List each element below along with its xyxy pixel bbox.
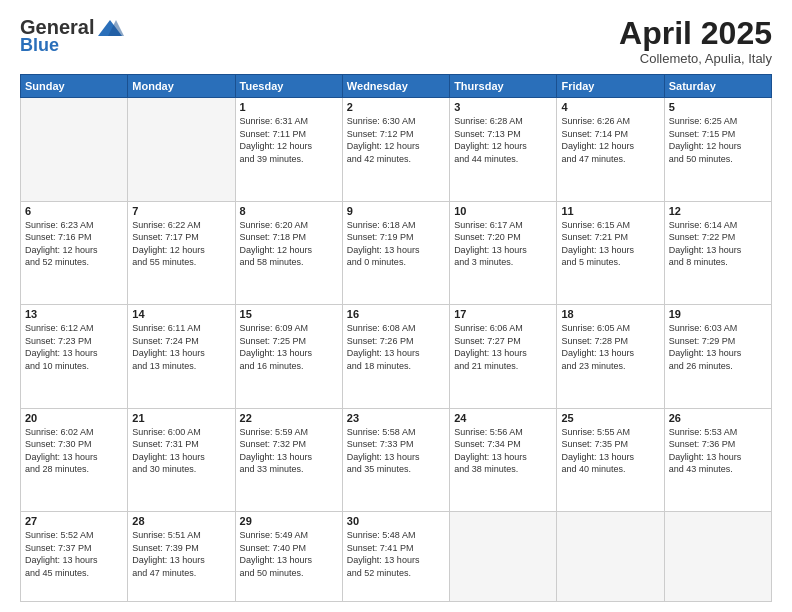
- day-header-monday: Monday: [128, 75, 235, 98]
- calendar-cell: 1Sunrise: 6:31 AM Sunset: 7:11 PM Daylig…: [235, 98, 342, 201]
- calendar-cell: 30Sunrise: 5:48 AM Sunset: 7:41 PM Dayli…: [342, 511, 449, 601]
- day-info: Sunrise: 5:58 AM Sunset: 7:33 PM Dayligh…: [347, 426, 445, 476]
- title-block: April 2025 Collemeto, Apulia, Italy: [619, 16, 772, 66]
- calendar-cell: 13Sunrise: 6:12 AM Sunset: 7:23 PM Dayli…: [21, 305, 128, 408]
- day-number: 7: [132, 205, 230, 217]
- day-info: Sunrise: 6:31 AM Sunset: 7:11 PM Dayligh…: [240, 115, 338, 165]
- day-number: 14: [132, 308, 230, 320]
- day-number: 22: [240, 412, 338, 424]
- calendar-header-row: SundayMondayTuesdayWednesdayThursdayFrid…: [21, 75, 772, 98]
- day-number: 18: [561, 308, 659, 320]
- page: General Blue April 2025 Collemeto, Apuli…: [0, 0, 792, 612]
- header: General Blue April 2025 Collemeto, Apuli…: [20, 16, 772, 66]
- day-number: 23: [347, 412, 445, 424]
- week-row-3: 13Sunrise: 6:12 AM Sunset: 7:23 PM Dayli…: [21, 305, 772, 408]
- day-info: Sunrise: 6:20 AM Sunset: 7:18 PM Dayligh…: [240, 219, 338, 269]
- day-info: Sunrise: 6:15 AM Sunset: 7:21 PM Dayligh…: [561, 219, 659, 269]
- calendar-cell: [128, 98, 235, 201]
- day-info: Sunrise: 6:12 AM Sunset: 7:23 PM Dayligh…: [25, 322, 123, 372]
- day-info: Sunrise: 6:17 AM Sunset: 7:20 PM Dayligh…: [454, 219, 552, 269]
- logo: General Blue: [20, 16, 124, 56]
- day-number: 21: [132, 412, 230, 424]
- calendar-cell: 16Sunrise: 6:08 AM Sunset: 7:26 PM Dayli…: [342, 305, 449, 408]
- day-number: 9: [347, 205, 445, 217]
- day-number: 25: [561, 412, 659, 424]
- calendar-cell: 25Sunrise: 5:55 AM Sunset: 7:35 PM Dayli…: [557, 408, 664, 511]
- week-row-2: 6Sunrise: 6:23 AM Sunset: 7:16 PM Daylig…: [21, 201, 772, 304]
- calendar-cell: 10Sunrise: 6:17 AM Sunset: 7:20 PM Dayli…: [450, 201, 557, 304]
- day-info: Sunrise: 6:18 AM Sunset: 7:19 PM Dayligh…: [347, 219, 445, 269]
- day-info: Sunrise: 6:00 AM Sunset: 7:31 PM Dayligh…: [132, 426, 230, 476]
- calendar-cell: 24Sunrise: 5:56 AM Sunset: 7:34 PM Dayli…: [450, 408, 557, 511]
- calendar-cell: 26Sunrise: 5:53 AM Sunset: 7:36 PM Dayli…: [664, 408, 771, 511]
- day-number: 3: [454, 101, 552, 113]
- day-info: Sunrise: 6:26 AM Sunset: 7:14 PM Dayligh…: [561, 115, 659, 165]
- calendar-cell: 15Sunrise: 6:09 AM Sunset: 7:25 PM Dayli…: [235, 305, 342, 408]
- week-row-5: 27Sunrise: 5:52 AM Sunset: 7:37 PM Dayli…: [21, 511, 772, 601]
- day-number: 26: [669, 412, 767, 424]
- day-info: Sunrise: 5:49 AM Sunset: 7:40 PM Dayligh…: [240, 529, 338, 579]
- day-info: Sunrise: 6:25 AM Sunset: 7:15 PM Dayligh…: [669, 115, 767, 165]
- day-info: Sunrise: 5:59 AM Sunset: 7:32 PM Dayligh…: [240, 426, 338, 476]
- calendar-cell: 17Sunrise: 6:06 AM Sunset: 7:27 PM Dayli…: [450, 305, 557, 408]
- week-row-1: 1Sunrise: 6:31 AM Sunset: 7:11 PM Daylig…: [21, 98, 772, 201]
- calendar-cell: 11Sunrise: 6:15 AM Sunset: 7:21 PM Dayli…: [557, 201, 664, 304]
- calendar-cell: 20Sunrise: 6:02 AM Sunset: 7:30 PM Dayli…: [21, 408, 128, 511]
- month-title: April 2025: [619, 16, 772, 51]
- calendar-cell: 21Sunrise: 6:00 AM Sunset: 7:31 PM Dayli…: [128, 408, 235, 511]
- calendar-cell: 3Sunrise: 6:28 AM Sunset: 7:13 PM Daylig…: [450, 98, 557, 201]
- day-number: 19: [669, 308, 767, 320]
- day-number: 29: [240, 515, 338, 527]
- calendar-cell: [450, 511, 557, 601]
- day-number: 4: [561, 101, 659, 113]
- calendar-cell: 8Sunrise: 6:20 AM Sunset: 7:18 PM Daylig…: [235, 201, 342, 304]
- day-number: 11: [561, 205, 659, 217]
- day-info: Sunrise: 6:05 AM Sunset: 7:28 PM Dayligh…: [561, 322, 659, 372]
- day-info: Sunrise: 6:08 AM Sunset: 7:26 PM Dayligh…: [347, 322, 445, 372]
- day-header-wednesday: Wednesday: [342, 75, 449, 98]
- calendar-cell: 18Sunrise: 6:05 AM Sunset: 7:28 PM Dayli…: [557, 305, 664, 408]
- day-number: 17: [454, 308, 552, 320]
- day-number: 28: [132, 515, 230, 527]
- day-number: 30: [347, 515, 445, 527]
- day-info: Sunrise: 5:56 AM Sunset: 7:34 PM Dayligh…: [454, 426, 552, 476]
- calendar-table: SundayMondayTuesdayWednesdayThursdayFrid…: [20, 74, 772, 602]
- day-number: 8: [240, 205, 338, 217]
- calendar-cell: [557, 511, 664, 601]
- day-number: 13: [25, 308, 123, 320]
- day-info: Sunrise: 6:28 AM Sunset: 7:13 PM Dayligh…: [454, 115, 552, 165]
- day-info: Sunrise: 6:11 AM Sunset: 7:24 PM Dayligh…: [132, 322, 230, 372]
- day-info: Sunrise: 6:02 AM Sunset: 7:30 PM Dayligh…: [25, 426, 123, 476]
- day-number: 2: [347, 101, 445, 113]
- day-info: Sunrise: 6:03 AM Sunset: 7:29 PM Dayligh…: [669, 322, 767, 372]
- day-number: 12: [669, 205, 767, 217]
- calendar-cell: 4Sunrise: 6:26 AM Sunset: 7:14 PM Daylig…: [557, 98, 664, 201]
- day-info: Sunrise: 5:48 AM Sunset: 7:41 PM Dayligh…: [347, 529, 445, 579]
- day-header-saturday: Saturday: [664, 75, 771, 98]
- logo-blue: Blue: [20, 35, 59, 56]
- calendar-cell: 7Sunrise: 6:22 AM Sunset: 7:17 PM Daylig…: [128, 201, 235, 304]
- day-number: 6: [25, 205, 123, 217]
- calendar-cell: 14Sunrise: 6:11 AM Sunset: 7:24 PM Dayli…: [128, 305, 235, 408]
- day-header-sunday: Sunday: [21, 75, 128, 98]
- day-info: Sunrise: 5:51 AM Sunset: 7:39 PM Dayligh…: [132, 529, 230, 579]
- calendar-cell: 19Sunrise: 6:03 AM Sunset: 7:29 PM Dayli…: [664, 305, 771, 408]
- calendar-cell: 2Sunrise: 6:30 AM Sunset: 7:12 PM Daylig…: [342, 98, 449, 201]
- calendar-cell: 6Sunrise: 6:23 AM Sunset: 7:16 PM Daylig…: [21, 201, 128, 304]
- day-info: Sunrise: 6:09 AM Sunset: 7:25 PM Dayligh…: [240, 322, 338, 372]
- calendar-cell: [21, 98, 128, 201]
- calendar-cell: 12Sunrise: 6:14 AM Sunset: 7:22 PM Dayli…: [664, 201, 771, 304]
- calendar-cell: 9Sunrise: 6:18 AM Sunset: 7:19 PM Daylig…: [342, 201, 449, 304]
- calendar-cell: 5Sunrise: 6:25 AM Sunset: 7:15 PM Daylig…: [664, 98, 771, 201]
- day-number: 15: [240, 308, 338, 320]
- logo-icon: [96, 18, 124, 38]
- day-info: Sunrise: 6:22 AM Sunset: 7:17 PM Dayligh…: [132, 219, 230, 269]
- day-info: Sunrise: 6:23 AM Sunset: 7:16 PM Dayligh…: [25, 219, 123, 269]
- day-number: 16: [347, 308, 445, 320]
- day-number: 27: [25, 515, 123, 527]
- calendar-cell: [664, 511, 771, 601]
- day-header-friday: Friday: [557, 75, 664, 98]
- day-info: Sunrise: 6:14 AM Sunset: 7:22 PM Dayligh…: [669, 219, 767, 269]
- day-number: 24: [454, 412, 552, 424]
- calendar-cell: 28Sunrise: 5:51 AM Sunset: 7:39 PM Dayli…: [128, 511, 235, 601]
